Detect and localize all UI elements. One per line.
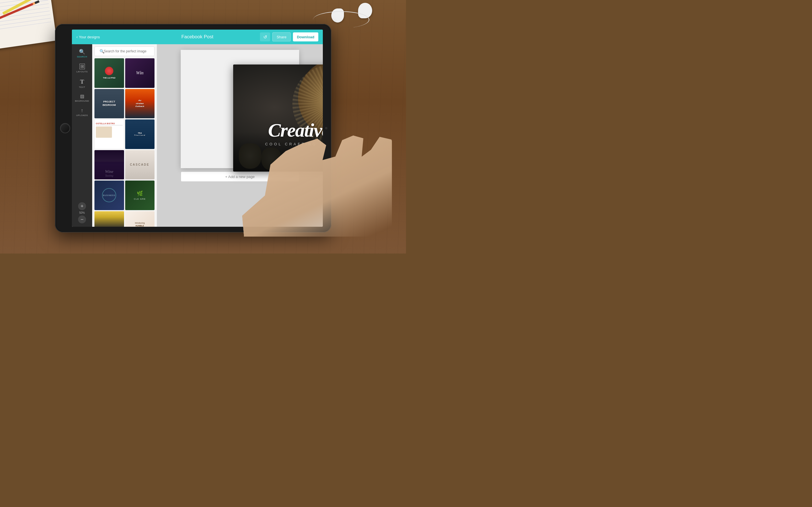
text-icon: T <box>80 78 84 85</box>
template-project-bedroom[interactable]: PROJECTBEDROOM <box>94 89 124 119</box>
template-wine-tasting-inner: Wine Tasting <box>94 150 124 180</box>
back-to-designs[interactable]: ‹ Your designs <box>77 35 100 39</box>
left-sidebar: 🔍 SEARCH ⊞ LAYOUTS T TEXT ▨ BKGROUND ↑ <box>72 44 92 227</box>
zoom-in-button[interactable]: + <box>78 202 86 210</box>
template-wine-inner: Win <box>125 58 155 88</box>
template-thailand-inner: TRAThailand <box>125 119 155 149</box>
document-title: Facebook Post <box>181 34 213 40</box>
template-business-inner: BUSINESS <box>94 180 124 210</box>
template-ostella-inner: OSTELLA BISTRO <box>95 121 124 149</box>
template-city-inner: CITY <box>94 211 124 227</box>
sidebar-item-search[interactable]: 🔍 SEARCH <box>72 47 92 61</box>
template-city[interactable]: CITY <box>94 211 124 227</box>
template-australia-label: AustralianOutback <box>135 99 145 108</box>
search-icon: 🔍 <box>79 49 85 54</box>
template-lilypad-label: THE LILYPAD <box>102 76 116 79</box>
template-australia[interactable]: AustralianOutback <box>125 89 155 119</box>
template-thailand[interactable]: TRAThailand <box>125 119 155 149</box>
pine-cone-2 <box>261 148 281 170</box>
back-chevron-icon: ‹ <box>77 35 78 39</box>
ipad-frame: ‹ Your designs Facebook Post ↺ Share Dow… <box>55 24 331 232</box>
creatives-text-area: Creatives COOL CRAFTING IDEAS <box>242 121 323 146</box>
creatives-sub-text: COOL CRAFTING IDEAS <box>242 142 323 146</box>
uploads-icon: ↑ <box>81 108 84 113</box>
creatives-overlay[interactable]: Creatives COOL CRAFTING IDEAS <box>233 64 323 172</box>
template-honey[interactable]: IntroducingHUMBLEHONEY <box>125 211 155 227</box>
template-thailand-label: TRAThailand <box>133 131 146 136</box>
top-bar: ‹ Your designs Facebook Post ↺ Share Dow… <box>72 30 323 44</box>
template-business[interactable]: BUSINESS <box>94 180 124 210</box>
sidebar-label-layouts: LAYOUTS <box>77 70 88 73</box>
template-project-inner: PROJECTBEDROOM <box>94 89 124 119</box>
sidebar-label-bkground: BKGROUND <box>75 100 89 102</box>
zoom-out-button[interactable]: − <box>78 216 86 223</box>
template-ostella[interactable]: OSTELLA BISTRO <box>94 119 124 149</box>
background-icon: ▨ <box>80 94 84 99</box>
sidebar-item-text[interactable]: T TEXT <box>72 76 92 91</box>
search-input[interactable] <box>94 47 154 56</box>
sidebar-label-text: TEXT <box>79 86 85 89</box>
sidebar-item-layouts[interactable]: ⊞ LAYOUTS <box>72 61 92 76</box>
undo-button[interactable]: ↺ <box>260 33 270 41</box>
camera-dot <box>325 127 327 129</box>
template-wine-tasting[interactable]: Wine Tasting <box>94 150 124 180</box>
template-cascade-inner: CASCADE <box>125 150 155 180</box>
pine-cone-1 <box>239 144 261 169</box>
share-button[interactable]: Share <box>272 33 291 41</box>
template-cascade[interactable]: CASCADE <box>125 150 155 180</box>
templates-panel: 🔍 THE LILYPAD Win <box>92 44 157 227</box>
back-label: Your designs <box>79 35 100 39</box>
template-lilypad-inner: THE LILYPAD <box>94 58 124 88</box>
template-lilypad[interactable]: THE LILYPAD <box>94 58 124 88</box>
sidebar-item-background[interactable]: ▨ BKGROUND <box>72 91 92 105</box>
sidebar-label-search: SEARCH <box>77 55 87 58</box>
template-wine[interactable]: Win <box>125 58 155 88</box>
download-button[interactable]: Download <box>293 33 318 41</box>
sidebar-label-uploads: UPLOADS <box>76 114 88 117</box>
template-green-inner: 🌿 CLE GRE <box>125 180 155 210</box>
search-box-wrap: 🔍 <box>94 47 154 56</box>
template-australia-inner: AustralianOutback <box>125 89 155 119</box>
sidebar-item-uploads[interactable]: ↑ UPLOADS <box>72 105 92 119</box>
layouts-icon: ⊞ <box>80 64 85 69</box>
template-green[interactable]: 🌿 CLE GRE <box>125 180 155 210</box>
template-honey-inner: IntroducingHUMBLEHONEY <box>125 211 155 227</box>
home-button[interactable] <box>60 123 70 133</box>
templates-grid: THE LILYPAD Win PROJECTBEDROOM <box>92 58 157 227</box>
template-project-label: PROJECTBEDROOM <box>102 100 116 107</box>
sidebar-bottom-controls: + 50% − <box>72 202 92 227</box>
zoom-level: 50% <box>79 211 85 214</box>
creatives-main-text: Creatives <box>242 121 323 140</box>
search-box-area: 🔍 <box>92 44 157 58</box>
main-content: 🔍 SEARCH ⊞ LAYOUTS T TEXT ▨ BKGROUND ↑ <box>72 44 323 227</box>
add-new-page-button[interactable]: + Add a new page <box>181 172 299 182</box>
ipad-screen: ‹ Your designs Facebook Post ↺ Share Dow… <box>72 30 323 227</box>
top-bar-actions: ↺ Share Download <box>260 33 318 41</box>
canvas-area[interactable]: + Add a new page ▲ 1 ▼ ⧉ ⊟ <box>157 44 323 227</box>
